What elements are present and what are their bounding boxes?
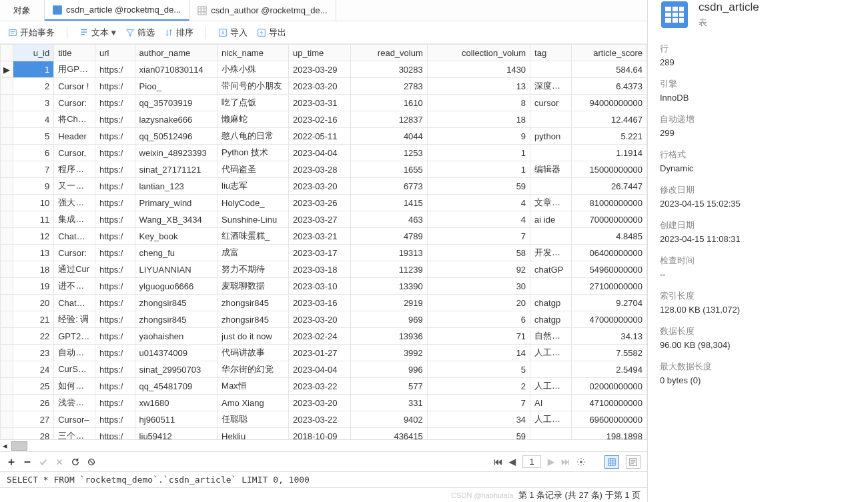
col-author_name[interactable]: author_name (135, 45, 217, 61)
col-article_score[interactable]: article_score (571, 45, 646, 61)
prop-data-value: 96.00 KB (98,304) (660, 340, 856, 350)
prop-modified-label: 修改日期 (660, 184, 856, 196)
table-row[interactable]: 4 将ChatGhttps:/lazysnake666懒麻蛇2023-02-16… (1, 111, 647, 128)
table-large-icon (660, 0, 689, 29)
tab-bar: 对象 csdn_article @rocketmq_de... csdn_aut… (0, 0, 647, 21)
stop-icon[interactable] (87, 457, 96, 467)
table-row[interactable]: 2 Cursor !https:/Pioo_带问号的小朋友2023-03-20 … (1, 78, 647, 95)
transaction-icon (8, 28, 17, 37)
first-page-icon[interactable]: ⏮ (494, 457, 502, 467)
text-button[interactable]: 文本 ▾ (79, 27, 116, 39)
sql-preview: SELECT * FROM `rocketmq_demo`.`csdn_arti… (0, 471, 647, 487)
prop-max-value: 0 bytes (0) (660, 375, 856, 385)
table-row[interactable]: 20 ChatGPThttps:/zhongsir845zhongsir8452… (1, 295, 647, 311)
col-collection_volum[interactable]: collection_volum (427, 45, 530, 61)
table-row[interactable]: 25 如何使用https:/qq_45481709Max恒2023-03-22 … (1, 378, 647, 395)
delete-row-icon[interactable] (23, 457, 32, 467)
table-row[interactable]: 10 强大的编https:/Primary_windHolyCode_2023-… (1, 195, 647, 211)
toolbar: 开始事务 文本 ▾ 筛选 排序 导入 导出 (0, 21, 647, 44)
prop-autoinc-label: 自动递增 (660, 113, 856, 125)
tab-csdn-article[interactable]: csdn_article @rocketmq_de... (45, 0, 189, 21)
watermark: CSDN @haohulala (451, 491, 513, 499)
prop-rows-value: 289 (660, 57, 856, 67)
prop-data-label: 数据长度 (660, 325, 856, 337)
export-icon (257, 28, 266, 37)
table-row[interactable]: 5 Headerhttps:/qq_50512496憨八龟的日常2022-05-… (1, 128, 647, 145)
prop-autoinc-value: 299 (660, 128, 856, 138)
header-row: u_id title url author_name nick_name up_… (1, 45, 647, 61)
table-row[interactable]: 23 自动写代https:/u014374009代码讲故事2023-01-27 … (1, 345, 647, 361)
last-page-icon[interactable]: ⏭ (561, 457, 570, 467)
chevron-down-icon: ▾ (111, 27, 116, 37)
prop-max-label: 最大数据长度 (660, 361, 856, 373)
filter-icon (125, 28, 135, 37)
table-row[interactable]: 9 又一个免https:/lantian_123liu志军2023-03-20 … (1, 178, 647, 195)
svg-point-4 (580, 461, 582, 463)
sort-button[interactable]: 排序 (164, 27, 193, 39)
col-up_time[interactable]: up_time (289, 45, 351, 61)
sort-icon (164, 28, 173, 37)
refresh-icon[interactable] (71, 457, 80, 467)
tab-label: csdn_article @rocketmq_de... (66, 5, 181, 15)
prop-created-value: 2023-04-15 11:08:31 (660, 234, 856, 244)
horizontal-scrollbar[interactable]: ◂ (0, 439, 647, 451)
table-row[interactable]: 24 CurSor写https:/sinat_29950703华尔街的幻觉202… (1, 361, 647, 378)
settings-icon[interactable] (576, 457, 586, 467)
svg-rect-10 (665, 7, 684, 23)
import-button[interactable]: 导入 (218, 27, 248, 39)
table-row[interactable]: 6 Cursor,https:/weixin_48923393Python 技术… (1, 145, 647, 161)
table-row[interactable]: 21 经验: 调https:/zhongsir845zhongsir845202… (1, 311, 647, 328)
col-u_id[interactable]: u_id (13, 45, 54, 61)
col-tag[interactable]: tag (530, 45, 572, 61)
cancel-icon (55, 457, 64, 467)
prop-rowfmt-value: Dynamic (660, 163, 856, 173)
prop-engine-value: InnoDB (660, 93, 856, 103)
object-title: csdn_article (699, 1, 759, 14)
tab-objects[interactable]: 对象 (0, 0, 45, 21)
col-url[interactable]: url (95, 45, 135, 61)
col-nick_name[interactable]: nick_name (218, 45, 289, 61)
col-title[interactable]: title (54, 45, 95, 61)
prop-engine-label: 引擎 (660, 78, 856, 90)
tab-label: csdn_author @rocketmq_de... (211, 5, 327, 15)
next-page-icon[interactable]: ▶ (548, 457, 554, 467)
prop-check-label: 检查时间 (660, 255, 856, 267)
prop-index-value: 128.00 KB (131,072) (660, 305, 856, 315)
table-row[interactable]: 18 通过Curhttps:/LIYUANNIAN努力不期待2023-03-18… (1, 261, 647, 278)
table-row[interactable]: 12 ChatGPThttps:/Key_book红酒味蛋糕_2023-03-2… (1, 228, 647, 245)
begin-transaction-button[interactable]: 开始事务 (8, 27, 55, 39)
table-row[interactable]: 3 Cursor:https:/qq_35703919吃了点饭2023-03-3… (1, 95, 647, 111)
prop-created-label: 创建日期 (660, 219, 856, 231)
import-icon (218, 28, 228, 37)
data-grid[interactable]: u_id title url author_name nick_name up_… (0, 44, 647, 439)
prev-page-icon[interactable]: ◀ (509, 457, 516, 467)
status-bar: CSDN @haohulala 第 1 条记录 (共 27 条) 于第 1 页 (0, 487, 647, 502)
side-panel: DDL csdn_article 表 行289 引擎InnoDB 自动递增299… (648, 0, 868, 502)
table-icon (197, 6, 207, 15)
prop-index-label: 索引长度 (660, 290, 856, 302)
table-row[interactable]: 28 三个可替https:/liu59412Hekliu2018-10-09 4… (1, 428, 647, 440)
table-icon (53, 5, 62, 15)
filter-button[interactable]: 筛选 (125, 27, 155, 39)
table-row[interactable]: ▶ 1 用GPT-4https:/xian0710830114小殊小殊2023-… (1, 61, 647, 78)
col-read_volum[interactable]: read_volum (350, 45, 427, 61)
table-row[interactable]: 26 浅尝基于https:/xw1680Amo Xiang2023-03-20 … (1, 395, 647, 411)
prop-check-value: -- (660, 269, 856, 279)
export-button[interactable]: 导出 (257, 27, 286, 39)
object-type: 表 (699, 17, 759, 29)
status-text: 第 1 条记录 (共 27 条) 于第 1 页 (518, 490, 640, 500)
tab-csdn-author[interactable]: csdn_author @rocketmq_de... (189, 0, 336, 21)
table-row[interactable]: 11 集成GPThttps:/Wang_XB_3434Sunshine-Linu… (1, 211, 647, 228)
grid-view-button[interactable] (604, 455, 619, 469)
table-row[interactable]: 13 Cursor:https:/cheng_fu成富2023-03-17 19… (1, 245, 647, 261)
form-view-button[interactable] (626, 455, 640, 469)
page-input[interactable] (522, 455, 541, 468)
grid-footer: ⏮ ◀ ▶ ⏭ (0, 451, 647, 471)
table-row[interactable]: 7 程序员的https:/sinat_27171121代码盗圣2023-03-2… (1, 161, 647, 178)
table-row[interactable]: 19 进不去chhttps:/ylguoguo6666麦聪聊数据2023-03-… (1, 278, 647, 295)
table-row[interactable]: 22 GPT2-Chhttps:/yaohaishenjust do it no… (1, 328, 647, 345)
add-row-icon[interactable] (7, 457, 16, 467)
table-row[interactable]: 27 Cursor–https:/hj960511任聪聪2023-03-22 9… (1, 411, 647, 428)
text-icon (79, 28, 89, 37)
prop-rows-label: 行 (660, 43, 856, 55)
